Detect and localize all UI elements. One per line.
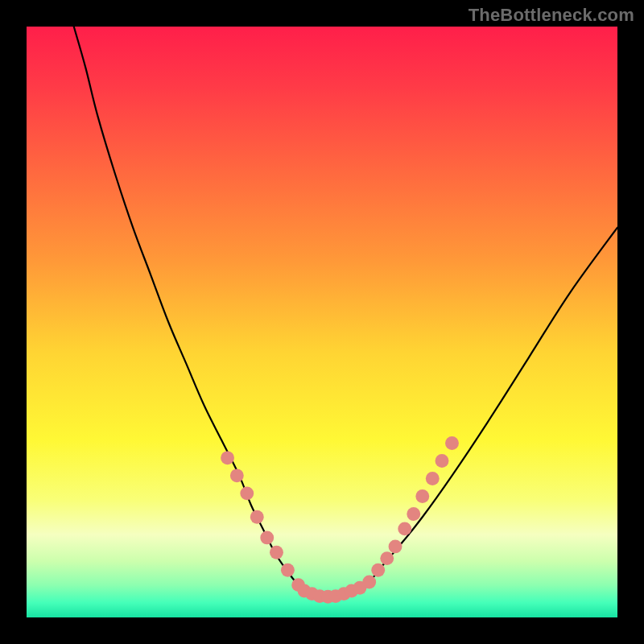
bottleneck-curve xyxy=(74,27,617,601)
curve-markers xyxy=(221,436,459,604)
curve-marker xyxy=(398,522,411,535)
curve-marker xyxy=(415,489,429,503)
curve-marker xyxy=(407,507,420,521)
watermark-text: TheBottleneck.com xyxy=(469,5,634,26)
plot-area xyxy=(27,27,617,617)
curve-marker xyxy=(362,576,376,589)
chart-frame: TheBottleneck.com xyxy=(0,0,644,644)
curve-marker xyxy=(436,454,449,468)
curve-marker xyxy=(426,472,440,485)
curve-marker xyxy=(281,564,295,577)
curve-marker xyxy=(240,486,254,500)
curve-marker xyxy=(221,451,234,464)
curve-layer xyxy=(27,27,617,617)
curve-marker xyxy=(250,510,264,524)
curve-marker xyxy=(270,546,283,559)
curve-marker xyxy=(389,539,402,553)
curve-marker xyxy=(445,436,459,450)
curve-marker xyxy=(371,564,385,577)
curve-marker xyxy=(380,551,394,565)
curve-marker xyxy=(260,530,274,544)
curve-marker xyxy=(230,469,244,482)
